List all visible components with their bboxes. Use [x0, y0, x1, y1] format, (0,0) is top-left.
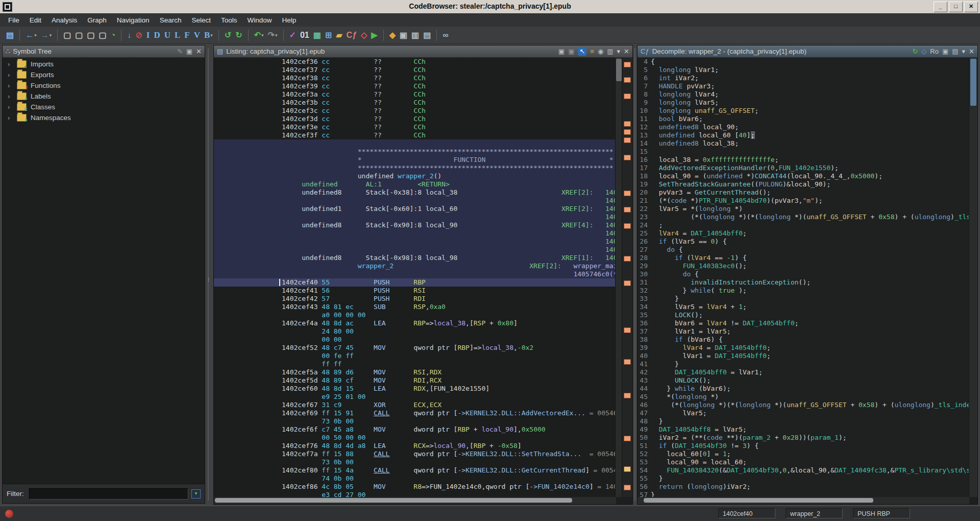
letter-f-icon[interactable]: F	[183, 30, 190, 40]
c-function-icon[interactable]: Cƒ	[346, 30, 358, 40]
snapshot-icon[interactable]: ◉	[598, 48, 603, 56]
cursor-tracking-icon[interactable]: ↖	[578, 48, 586, 56]
decompile-line[interactable]: 43 UNLOCK();	[638, 376, 969, 385]
panel-menu-icon[interactable]: ▾	[617, 48, 621, 56]
decompile-line[interactable]: 24 ;	[638, 221, 969, 229]
listing-line[interactable]: 140	[214, 213, 616, 221]
bookmark-marker[interactable]	[624, 207, 631, 212]
sidebar-item-exports[interactable]: ›Exports	[3, 69, 205, 80]
listing-line[interactable]	[214, 139, 616, 148]
decompile-vscrollbar[interactable]	[969, 58, 977, 497]
listing-line[interactable]: undefined8Stack[-0x98]:8local_98XREF[1]:…	[214, 254, 616, 262]
listing-marker-margin[interactable]	[622, 58, 632, 497]
function-graph-icon[interactable]: ◇	[921, 48, 926, 56]
bookmark-marker[interactable]	[624, 77, 631, 83]
listing-line[interactable]: 1402cef3ccc??CCh	[214, 107, 616, 115]
menu-graph[interactable]: Graph	[82, 15, 112, 26]
repair-function-icon[interactable]: ▢	[98, 30, 108, 40]
panel-splitter[interactable]	[633, 45, 637, 504]
listing-line[interactable]: 1402cef6048 8d 15LEARDX,[FUN_1402e1550]	[214, 385, 616, 393]
decompile-line[interactable]: 28 if (lVar4 == -1) {	[638, 254, 969, 262]
data-type-manager-icon[interactable]: ▰	[335, 30, 343, 40]
bookmark-marker[interactable]	[624, 93, 631, 99]
decompile-line[interactable]: 7 HANDLE pvVar3;	[638, 82, 969, 90]
filter-input[interactable]	[29, 488, 188, 500]
listing-line[interactable]: e3 cd 27 00	[214, 491, 616, 497]
bookmark-marker[interactable]	[624, 393, 631, 398]
letter-l-icon[interactable]: L	[174, 30, 181, 40]
decompile-header[interactable]: Cƒ Decompile: wrapper_2 - (captcha_priva…	[638, 45, 977, 58]
window-split-icon[interactable]: ▣	[399, 30, 408, 40]
decompile-line[interactable]: 9 longlong lVar5;	[638, 99, 969, 107]
decompile-line[interactable]: 34 lVar5 = lVar4 + 1;	[638, 303, 969, 311]
decompile-line[interactable]: 8 longlong lVar4;	[638, 90, 969, 99]
clear-code-bytes-icon[interactable]: ▢	[62, 30, 72, 40]
listing-line[interactable]: 1402cef3ecc??CCh	[214, 123, 616, 131]
decompile-line[interactable]: 16 local_38 = 0xfffffffffffffffe;	[638, 156, 969, 164]
maximize-button[interactable]: □	[949, 2, 963, 12]
decompile-line[interactable]: 30 do {	[638, 270, 969, 278]
letter-v-icon[interactable]: V	[193, 30, 201, 40]
listing-line[interactable]: 1402cef4156PUSHRSI	[214, 287, 616, 295]
cycle-data-2-icon[interactable]: ↻	[234, 30, 243, 40]
auto-analyze-icon[interactable]: ◔	[110, 30, 117, 40]
graph-nodes-icon[interactable]: ◇	[360, 30, 368, 40]
listing-line[interactable]: *FUNCTION*	[214, 156, 616, 164]
listing-line[interactable]: 1402cef36cc??CCh	[214, 58, 616, 66]
listing-line[interactable]: 140	[214, 197, 616, 205]
disable-icon[interactable]: ⊘	[134, 30, 143, 40]
listing-line[interactable]: 1402cef4055PUSHRBP	[214, 278, 616, 287]
decompile-line[interactable]: 55 }	[638, 475, 969, 483]
close-icon[interactable]: ✕	[969, 48, 974, 56]
listing-line[interactable]: undefined8Stack[-0x90]:8local_90XREF[4]:…	[214, 221, 616, 229]
diff-view-icon[interactable]: ≡	[590, 48, 594, 56]
listing-line[interactable]: undefined1Stack[-0x60]:1local_60XREF[2]:…	[214, 205, 616, 213]
listing-line[interactable]: wrapper_2XREF[2]:wrapper_mai	[214, 262, 616, 270]
menu-file[interactable]: File	[3, 15, 24, 26]
toggle-fields-icon[interactable]: ▥	[607, 48, 613, 56]
menu-analysis[interactable]: Analysis	[46, 15, 82, 26]
decompile-line[interactable]: 51 if (DAT_14054bf30 != 3) {	[638, 442, 969, 450]
listing-line[interactable]: 1405746c0(*	[214, 270, 616, 278]
chevron-right-icon[interactable]: ›	[8, 82, 17, 89]
edit-pencil-icon[interactable]: ✎	[177, 48, 183, 56]
listing-line[interactable]: 24 80 00	[214, 327, 616, 336]
decompile-line[interactable]: 42 DAT_14054bff0 = lVar1;	[638, 368, 969, 376]
bookmark-marker[interactable]	[624, 256, 631, 262]
listing-line[interactable]: 1402cef39cc??CCh	[214, 82, 616, 90]
letter-i-icon[interactable]: I	[145, 30, 151, 40]
bookmark-marker[interactable]	[624, 436, 631, 441]
listing-line[interactable]: 73 0b 00	[214, 458, 616, 466]
run-script-icon[interactable]: ▶	[370, 30, 378, 40]
bookmark-marker[interactable]	[624, 129, 631, 135]
decompile-line[interactable]: 38 if (bVar6) {	[638, 336, 969, 344]
decompile-line[interactable]: 11 bool bVar6;	[638, 115, 969, 123]
nav-back-icon[interactable]: ←▾	[24, 30, 38, 40]
decompile-line[interactable]: 54 FUN_140384320(&DAT_14054bf30,0,&local…	[638, 466, 969, 475]
decompile-line[interactable]: 37 lVar1 = lVar5;	[638, 327, 969, 336]
clear-flow-icon[interactable]: ▢	[86, 30, 95, 40]
redo-icon[interactable]: ↷▾	[267, 30, 279, 40]
listing-line[interactable]: 140	[214, 246, 616, 254]
listing-line[interactable]: 1402cef3fcc??CCh	[214, 131, 616, 139]
chevron-right-icon[interactable]: ›	[8, 114, 17, 122]
close-icon[interactable]: ✕	[196, 48, 202, 56]
bookmark-marker[interactable]	[624, 121, 631, 127]
sidebar-item-classes[interactable]: ›CClasses	[3, 102, 205, 112]
listing-line[interactable]: 1402cef5d48 89 cfMOVRDI,RCX	[214, 376, 616, 385]
export-icon[interactable]: ▤	[952, 48, 958, 56]
listing-line[interactable]: 1402cef4348 81 ecSUBRSP,0xa0	[214, 303, 616, 311]
listing-line[interactable]: 1402cef3acc??CCh	[214, 90, 616, 99]
window-grid-icon[interactable]: ▥	[410, 30, 420, 40]
decompile-line[interactable]: 49 DAT_14054bff8 = lVar5;	[638, 425, 969, 434]
undo-icon[interactable]: ↶▾	[253, 30, 265, 40]
decompile-line[interactable]: 39 lVar4 = DAT_14054bff0;	[638, 344, 969, 352]
bookmark-marker[interactable]	[624, 280, 631, 286]
bookmark-marker[interactable]	[624, 485, 631, 490]
listing-line[interactable]: ****************************************…	[214, 148, 616, 156]
bookmark-marker[interactable]	[624, 155, 631, 160]
bookmark-marker[interactable]	[624, 466, 631, 472]
memory-map-icon[interactable]: ▦	[312, 30, 322, 40]
decompile-line[interactable]: 12 undefined8 local_90;	[638, 123, 969, 131]
listing-line[interactable]: 1402cef4a48 8d acLEARBP=>local_38,[RSP +…	[214, 319, 616, 327]
